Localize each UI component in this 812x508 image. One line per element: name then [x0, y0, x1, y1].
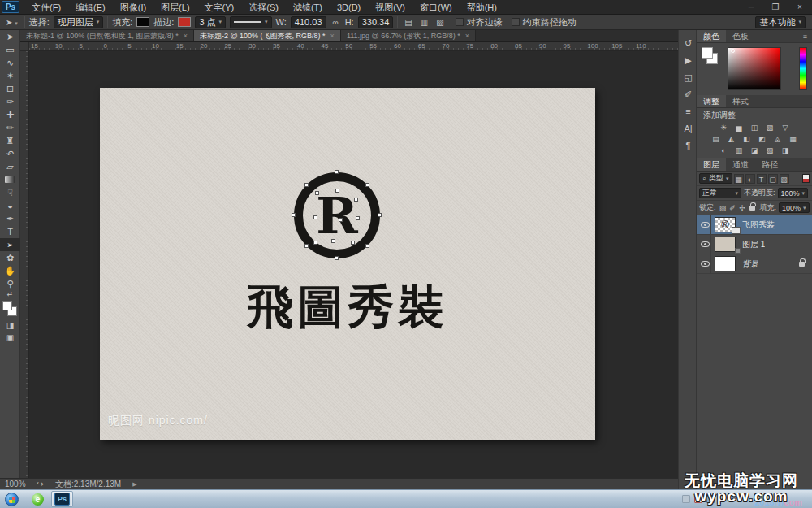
- visibility-toggle[interactable]: [699, 215, 711, 234]
- vibrance[interactable]: ▽: [780, 123, 791, 132]
- lock-transparent-pixels[interactable]: ▨: [719, 204, 728, 212]
- paragraph-panel[interactable]: ¶: [679, 137, 698, 154]
- brush-tool[interactable]: ✏: [0, 121, 20, 134]
- selective-color[interactable]: ◨: [780, 145, 791, 155]
- brush-panel[interactable]: ✐: [679, 86, 698, 103]
- color-balance[interactable]: ◭: [726, 134, 737, 144]
- workspace-dropdown[interactable]: 基本功能 ▾: [755, 16, 806, 28]
- path-selection-tool[interactable]: ➢: [0, 238, 20, 251]
- swap-colors-icon[interactable]: ⇄: [0, 290, 19, 298]
- panel-tab[interactable]: 样式: [726, 95, 755, 107]
- posterize[interactable]: ▥: [733, 145, 745, 155]
- layer-row[interactable]: 图层 1: [697, 235, 812, 254]
- history-panel[interactable]: ↺: [679, 35, 698, 52]
- fill-color-swatch[interactable]: [136, 17, 149, 27]
- smudge-tool[interactable]: ☟: [0, 186, 20, 199]
- minimize-button[interactable]: ─: [739, 0, 763, 15]
- anchor-point[interactable]: [356, 216, 360, 220]
- curves[interactable]: ◫: [749, 123, 760, 132]
- fill-dropdown[interactable]: 100% ▾: [779, 202, 810, 213]
- quick-mask-button[interactable]: ◨: [0, 319, 20, 332]
- exposure[interactable]: ▧: [764, 123, 775, 132]
- crop-tool[interactable]: ⊡: [0, 82, 20, 95]
- menu-item[interactable]: 窗口(W): [412, 0, 460, 15]
- menu-item[interactable]: 文件(F): [24, 0, 68, 15]
- close-icon[interactable]: ×: [330, 32, 335, 40]
- clone-stamp-tool[interactable]: ♜: [0, 134, 20, 147]
- quick-selection-tool[interactable]: ✶: [0, 69, 20, 82]
- tool-presets-panel[interactable]: ≡: [679, 103, 698, 120]
- pen-tool[interactable]: ✒: [0, 212, 20, 225]
- custom-shape-tool[interactable]: ✿: [0, 251, 20, 264]
- eraser-tool[interactable]: ▱: [0, 160, 20, 173]
- stroke-width-dropdown[interactable]: 3 点 ▾: [195, 16, 226, 28]
- gradient-tool[interactable]: ▆: [0, 173, 20, 186]
- anchor-point[interactable]: [313, 215, 317, 219]
- tray-icon-network[interactable]: [706, 495, 715, 503]
- layer-thumbnail[interactable]: [715, 217, 736, 232]
- panel-menu-icon[interactable]: ≡: [803, 30, 810, 43]
- filter-adjustment-layers[interactable]: ◐: [745, 174, 755, 184]
- hand-tool[interactable]: ✋: [0, 264, 20, 277]
- menu-item[interactable]: 3D(D): [330, 0, 368, 15]
- layer-filter-toggle[interactable]: [802, 174, 810, 183]
- invert[interactable]: ◐: [718, 145, 729, 155]
- anchor-point[interactable]: [304, 244, 309, 248]
- panel-tab[interactable]: 调整: [697, 95, 726, 107]
- channel-mixer[interactable]: ◬: [772, 134, 784, 144]
- close-button[interactable]: ×: [788, 0, 812, 15]
- filter-shape-layers[interactable]: ▢: [768, 174, 778, 184]
- anchor-point[interactable]: [354, 198, 358, 202]
- document-tab[interactable]: 未标题-2 @ 100% (飞图秀装, RGB/8) * ×: [194, 30, 341, 41]
- close-icon[interactable]: ×: [465, 32, 469, 40]
- screen-mode-button[interactable]: ▣: [0, 332, 20, 344]
- link-dimensions-icon[interactable]: ∞: [330, 18, 341, 27]
- visibility-toggle[interactable]: [699, 235, 711, 254]
- blend-mode-dropdown[interactable]: 正常 ▾: [699, 188, 741, 198]
- anchor-point[interactable]: [304, 183, 309, 187]
- menu-item[interactable]: 视图(V): [368, 0, 412, 15]
- menu-item[interactable]: 文字(Y): [197, 0, 242, 15]
- lock-image-pixels[interactable]: ✐: [728, 204, 737, 212]
- panel-tab[interactable]: 色板: [726, 30, 755, 42]
- menu-item[interactable]: 编辑(E): [68, 0, 113, 15]
- path-operations[interactable]: ▤: [402, 18, 414, 27]
- anchor-point[interactable]: [378, 213, 382, 217]
- menu-item[interactable]: 帮助(H): [460, 0, 504, 15]
- layer-filter-type-dropdown[interactable]: ⌕ 类型 ▾: [699, 173, 732, 184]
- anchor-point[interactable]: [331, 239, 335, 243]
- dodge-tool[interactable]: ◒: [0, 199, 20, 212]
- photoshop-taskbar-button[interactable]: Ps: [51, 491, 73, 507]
- anchor-point[interactable]: [351, 241, 355, 245]
- browser-taskbar-button[interactable]: e: [27, 491, 49, 507]
- black-white[interactable]: ◧: [741, 134, 753, 144]
- foreground-color-swatch[interactable]: [2, 301, 12, 310]
- saturation-brightness-field[interactable]: [728, 47, 781, 90]
- photo-filter[interactable]: ◩: [757, 134, 768, 144]
- panel-tab[interactable]: 图层: [697, 158, 726, 171]
- anchor-point[interactable]: [335, 189, 339, 193]
- opacity-dropdown[interactable]: 100% ▾: [778, 188, 809, 198]
- stroke-type-dropdown[interactable]: ▾: [230, 16, 272, 28]
- menu-item[interactable]: 图像(I): [113, 0, 153, 15]
- anchor-point[interactable]: [365, 183, 369, 187]
- anchor-point[interactable]: [335, 170, 339, 174]
- anchor-point[interactable]: [365, 244, 369, 248]
- filter-smart-objects[interactable]: ▧: [780, 174, 789, 184]
- anchor-point[interactable]: [313, 241, 317, 245]
- align-edges-checkbox[interactable]: 对齐边缘: [456, 16, 503, 28]
- filter-pixel-layers[interactable]: ▦: [734, 174, 744, 184]
- hue-saturation[interactable]: ▤: [710, 134, 722, 144]
- color-lookup[interactable]: ▦: [788, 134, 799, 144]
- panel-tab[interactable]: 颜色: [697, 30, 726, 42]
- lasso-tool[interactable]: ∿: [0, 56, 20, 69]
- brightness-contrast[interactable]: ☀: [718, 123, 729, 132]
- menu-item[interactable]: 图层(L): [153, 0, 197, 15]
- tray-icon-volume[interactable]: [682, 495, 690, 503]
- menu-item[interactable]: 滤镜(T): [286, 0, 330, 15]
- status-expand-arrow[interactable]: ▶: [132, 481, 136, 488]
- start-button[interactable]: [5, 493, 19, 506]
- restore-button[interactable]: ❐: [763, 0, 788, 15]
- shape-height-input[interactable]: 330.34: [358, 16, 394, 28]
- layer-thumbnail[interactable]: [715, 256, 736, 271]
